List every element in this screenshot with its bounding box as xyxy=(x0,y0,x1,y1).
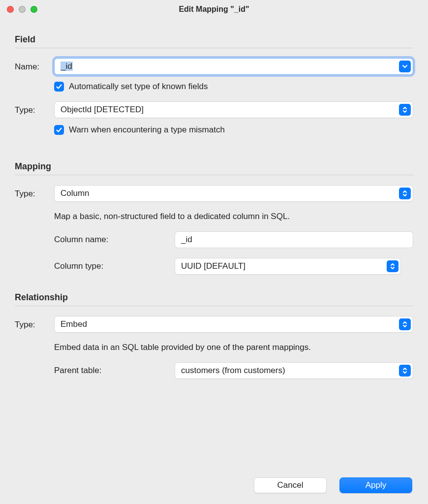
dialog-footer: Cancel Apply xyxy=(0,477,428,493)
minimize-window-button[interactable] xyxy=(19,6,26,13)
mapping-type-select[interactable]: Column xyxy=(54,185,413,202)
relationship-type-value: Embed xyxy=(61,319,87,329)
window-controls xyxy=(7,6,37,13)
up-down-icon[interactable] xyxy=(399,104,411,116)
field-type-label: Type: xyxy=(15,104,54,115)
window-title: Edit Mapping "_id" xyxy=(0,5,428,14)
parent-table-select[interactable]: customers (from customers) xyxy=(175,362,413,379)
section-header-relationship: Relationship xyxy=(15,292,413,303)
close-window-button[interactable] xyxy=(7,6,14,13)
up-down-icon[interactable] xyxy=(399,318,411,330)
warn-mismatch-label: Warn when encountering a type mismatch xyxy=(69,125,225,135)
dialog-body: Field Name: _id Automatically set type o… xyxy=(0,19,428,379)
titlebar: Edit Mapping "_id" xyxy=(0,0,428,19)
column-type-select[interactable]: UUID [DEFAULT] xyxy=(175,258,401,275)
field-name-label: Name: xyxy=(15,61,54,72)
divider xyxy=(15,306,413,306)
auto-type-label: Automatically set type of known fields xyxy=(69,82,208,92)
field-name-combobox[interactable]: _id xyxy=(54,58,413,75)
up-down-icon[interactable] xyxy=(399,365,411,377)
parent-table-value: customers (from customers) xyxy=(181,366,285,376)
divider xyxy=(15,48,413,48)
column-name-value: _id xyxy=(181,235,192,245)
auto-type-checkbox[interactable] xyxy=(54,82,64,92)
parent-table-label: Parent table: xyxy=(54,366,175,376)
mapping-type-label: Type: xyxy=(15,188,54,199)
mapping-description: Map a basic, non-structured field to a d… xyxy=(54,212,413,221)
warn-mismatch-checkbox[interactable] xyxy=(54,125,64,135)
relationship-type-label: Type: xyxy=(15,319,54,330)
column-type-label: Column type: xyxy=(54,261,175,271)
section-header-mapping: Mapping xyxy=(15,161,413,172)
column-type-value: UUID [DEFAULT] xyxy=(181,261,245,271)
apply-button[interactable]: Apply xyxy=(339,477,412,493)
cancel-button[interactable]: Cancel xyxy=(254,477,327,493)
mapping-type-value: Column xyxy=(61,189,90,198)
relationship-description: Embed data in an SQL table provided by o… xyxy=(54,343,413,352)
field-type-value: ObjectId [DETECTED] xyxy=(61,105,144,115)
field-type-select[interactable]: ObjectId [DETECTED] xyxy=(54,101,413,118)
divider xyxy=(15,175,413,175)
zoom-window-button[interactable] xyxy=(31,6,37,13)
relationship-type-select[interactable]: Embed xyxy=(54,316,413,333)
section-header-field: Field xyxy=(15,34,413,45)
column-name-input[interactable]: _id xyxy=(175,231,413,248)
column-name-label: Column name: xyxy=(54,235,175,245)
up-down-icon[interactable] xyxy=(399,188,411,199)
chevron-down-icon[interactable] xyxy=(399,61,411,72)
up-down-icon[interactable] xyxy=(387,260,398,272)
field-name-value: _id xyxy=(61,62,73,71)
